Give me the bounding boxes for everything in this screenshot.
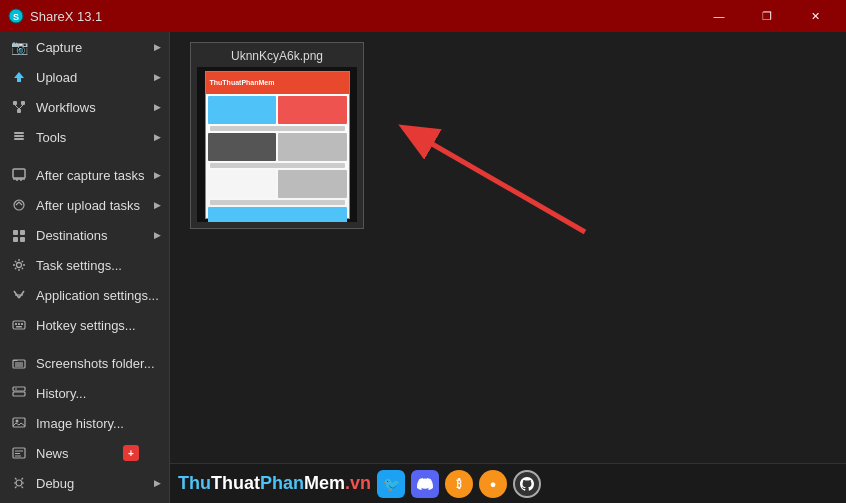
destinations-label: Destinations [36, 228, 159, 243]
thumb-block-6 [278, 170, 347, 198]
news-badge: + [123, 445, 139, 461]
app-settings-label: Application settings... [36, 288, 159, 303]
preview-thumbnail: ThuThuatPhanMem [205, 71, 350, 219]
image-history-icon [10, 414, 28, 432]
sidebar-item-news[interactable]: News + [0, 438, 169, 468]
sidebar-item-debug[interactable]: Debug [0, 468, 169, 498]
svg-rect-9 [14, 138, 24, 140]
preview-filename: UknnKcyA6k.png [197, 49, 357, 63]
titlebar: S ShareX 13.1 — ❐ ✕ [0, 0, 846, 32]
twitter-icon[interactable]: 🐦 [377, 470, 405, 498]
sidebar-item-after-capture[interactable]: After capture tasks [0, 160, 169, 190]
sidebar-item-history[interactable]: History... [0, 378, 169, 408]
bottom-bar: Thu Thuat Phan Mem .vn 🐦 ₿ ● [170, 463, 846, 503]
preview-popup: UknnKcyA6k.png ThuThuatPhanMem [190, 42, 364, 229]
github-icon[interactable] [513, 470, 541, 498]
svg-line-7 [19, 105, 23, 109]
svg-point-19 [17, 263, 22, 268]
svg-rect-15 [13, 230, 18, 235]
svg-rect-25 [18, 323, 20, 325]
svg-rect-4 [21, 101, 25, 105]
watermark-vn: .vn [345, 473, 371, 494]
svg-rect-31 [13, 392, 25, 396]
upload-icon [10, 68, 28, 86]
thumb-block-2 [278, 96, 347, 124]
hotkey-settings-label: Hotkey settings... [36, 318, 159, 333]
sidebar-item-capture[interactable]: 📷 Capture [0, 32, 169, 62]
after-upload-icon [10, 196, 28, 214]
capture-label: Capture [36, 40, 159, 55]
sidebar-item-app-settings[interactable]: Application settings... [0, 280, 169, 310]
sidebar-item-donate[interactable]: Donate... [0, 498, 169, 503]
thumb-block-4 [278, 133, 347, 161]
sidebar-item-screenshots-folder[interactable]: Screenshots folder... [0, 348, 169, 378]
thumb-block-7 [208, 207, 347, 223]
sidebar-item-hotkey-settings[interactable]: Hotkey settings... [0, 310, 169, 340]
svg-point-39 [16, 480, 22, 486]
capture-icon: 📷 [10, 38, 28, 56]
svg-rect-30 [13, 387, 25, 391]
watermark-phan: Phan [260, 473, 304, 494]
screenshots-folder-icon [10, 354, 28, 372]
sidebar-item-image-history[interactable]: Image history... [0, 408, 169, 438]
svg-rect-29 [15, 362, 23, 367]
watermark-mem: Mem [304, 473, 345, 494]
minimize-button[interactable]: — [696, 0, 742, 32]
svg-rect-18 [20, 237, 25, 242]
screenshots-folder-label: Screenshots folder... [36, 356, 159, 371]
thumb-text-1 [210, 126, 345, 131]
main-container: 📷 Capture Upload Workflows [0, 32, 846, 503]
svg-rect-11 [13, 169, 25, 178]
tools-icon [10, 128, 28, 146]
close-button[interactable]: ✕ [792, 0, 838, 32]
sidebar-item-workflows[interactable]: Workflows [0, 92, 169, 122]
sidebar-item-task-settings[interactable]: Task settings... [0, 250, 169, 280]
thumb-block-3 [208, 133, 277, 161]
tools-label: Tools [36, 130, 159, 145]
watermark-thu: Thu [178, 473, 211, 494]
news-icon [10, 444, 28, 462]
image-history-label: Image history... [36, 416, 159, 431]
svg-rect-5 [17, 109, 21, 113]
destinations-icon [10, 226, 28, 244]
news-label: News [36, 446, 123, 461]
svg-text:S: S [13, 12, 19, 22]
app-settings-icon [10, 286, 28, 304]
svg-rect-26 [21, 323, 23, 325]
svg-rect-10 [14, 132, 24, 134]
workflows-icon [10, 98, 28, 116]
svg-rect-3 [13, 101, 17, 105]
debug-label: Debug [36, 476, 159, 491]
svg-marker-2 [14, 72, 24, 82]
sidebar-item-after-upload[interactable]: After upload tasks [0, 190, 169, 220]
svg-rect-33 [13, 418, 25, 427]
titlebar-left: S ShareX 13.1 [8, 8, 102, 24]
thumb-text-3 [210, 200, 345, 205]
red-arrow [390, 112, 590, 242]
thumb-block-1 [208, 96, 277, 124]
orange-icon[interactable]: ● [479, 470, 507, 498]
bottom-icons: 🐦 ₿ ● [377, 470, 541, 498]
discord-icon[interactable] [411, 470, 439, 498]
history-icon [10, 384, 28, 402]
svg-point-34 [16, 420, 19, 423]
preview-site-name: ThuThuatPhanMem [210, 79, 275, 86]
sidebar-item-upload[interactable]: Upload [0, 62, 169, 92]
workflows-label: Workflows [36, 100, 159, 115]
svg-rect-27 [16, 326, 22, 328]
svg-line-6 [15, 105, 19, 109]
maximize-button[interactable]: ❐ [744, 0, 790, 32]
bitcoin-icon[interactable]: ₿ [445, 470, 473, 498]
preview-image: ThuThuatPhanMem [197, 67, 357, 222]
titlebar-controls: — ❐ ✕ [696, 0, 838, 32]
task-settings-label: Task settings... [36, 258, 159, 273]
after-upload-label: After upload tasks [36, 198, 159, 213]
app-title: ShareX 13.1 [30, 9, 102, 24]
debug-icon [10, 474, 28, 492]
content-area: UknnKcyA6k.png ThuThuatPhanMem [170, 32, 846, 503]
after-capture-label: After capture tasks [36, 168, 159, 183]
watermark-thuat: Thuat [211, 473, 260, 494]
sidebar-item-destinations[interactable]: Destinations [0, 220, 169, 250]
svg-line-43 [420, 137, 585, 232]
sidebar-item-tools[interactable]: Tools [0, 122, 169, 152]
